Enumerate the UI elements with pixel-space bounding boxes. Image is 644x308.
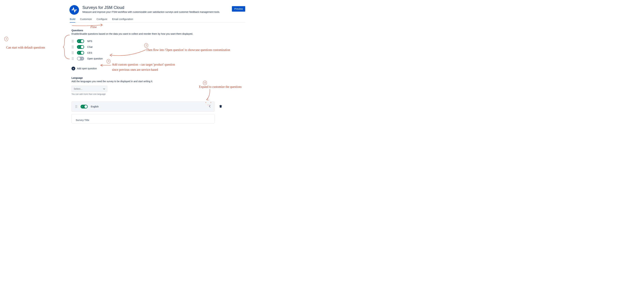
svg-point-9 xyxy=(73,47,74,47)
question-label: Open question xyxy=(87,57,103,60)
question-row-csat: ✓ CSat xyxy=(72,44,245,50)
preview-button[interactable]: Preview xyxy=(232,6,245,12)
svg-point-17 xyxy=(73,54,74,54)
survey-title-card: Survey Title xyxy=(72,114,214,123)
drag-handle-icon[interactable] xyxy=(72,40,74,42)
svg-point-10 xyxy=(72,48,72,48)
svg-point-3 xyxy=(73,41,74,42)
questions-description: Enable/disable questions based on the da… xyxy=(72,33,245,35)
svg-point-22 xyxy=(72,60,72,60)
language-select[interactable]: Select... xyxy=(72,86,107,92)
toggle-ces[interactable]: ✓ xyxy=(77,51,84,55)
tab-configure[interactable]: Configure xyxy=(96,17,107,23)
svg-point-8 xyxy=(72,47,72,47)
tab-build[interactable]: Build xyxy=(70,17,75,23)
svg-point-5 xyxy=(73,42,74,43)
svg-point-29 xyxy=(76,107,77,108)
svg-point-18 xyxy=(72,57,72,58)
svg-point-28 xyxy=(76,107,76,108)
question-label: CES xyxy=(87,52,92,54)
question-row-nps: ✓ NPS xyxy=(72,38,245,44)
toggle-csat[interactable]: ✓ xyxy=(77,45,84,49)
svg-point-12 xyxy=(72,52,72,52)
toggle-english[interactable]: ✓ xyxy=(80,105,88,109)
drag-handle-icon[interactable] xyxy=(72,46,74,48)
svg-point-21 xyxy=(73,59,74,59)
svg-point-25 xyxy=(76,105,77,106)
svg-point-20 xyxy=(72,59,72,59)
drag-handle-icon[interactable] xyxy=(75,105,78,108)
language-card-english: ✓ English xyxy=(72,102,214,112)
svg-point-24 xyxy=(76,105,76,106)
tab-email-configuration[interactable]: Email configuration xyxy=(112,17,133,23)
toggle-nps[interactable]: ✓ xyxy=(77,39,84,43)
tabs-bar: Build Customize Configure Email configur… xyxy=(70,17,245,23)
svg-point-26 xyxy=(76,106,76,107)
annotation-text-1: Can start with default questions xyxy=(6,46,45,49)
svg-point-15 xyxy=(73,53,74,53)
trash-icon[interactable] xyxy=(219,105,222,109)
toggle-open-question[interactable]: ✕ xyxy=(77,57,84,61)
svg-point-6 xyxy=(72,46,72,46)
svg-point-2 xyxy=(72,41,72,42)
svg-point-23 xyxy=(73,60,74,60)
svg-point-14 xyxy=(72,53,72,53)
app-logo-icon xyxy=(70,5,79,15)
svg-point-27 xyxy=(76,106,77,107)
language-label: English xyxy=(91,105,206,108)
drag-handle-icon[interactable] xyxy=(72,52,74,54)
svg-point-11 xyxy=(73,48,74,48)
svg-point-4 xyxy=(72,42,72,43)
drag-handle-icon[interactable] xyxy=(72,57,74,60)
language-card-wrapper: ✓ English xyxy=(72,102,214,112)
svg-point-0 xyxy=(72,40,72,41)
add-open-question-label: Add open question xyxy=(77,67,97,70)
plus-icon: + xyxy=(72,67,75,70)
annotation-number-1: 1 xyxy=(4,37,8,41)
language-description: Add the languages you need the survey to… xyxy=(72,80,245,83)
question-row-ces: ✓ CES xyxy=(72,50,245,56)
svg-point-19 xyxy=(73,57,74,58)
add-open-question-button[interactable]: + Add open question xyxy=(72,67,97,70)
select-placeholder: Select... xyxy=(74,88,82,90)
chevron-down-icon xyxy=(103,88,105,90)
questions-heading: Questions xyxy=(72,29,245,32)
svg-point-1 xyxy=(73,40,74,41)
page-subtitle: Measure and improve your ITSM workflow w… xyxy=(82,11,228,13)
question-list: ✓ NPS ✓ CSat ✓ CES ✕ Open question xyxy=(72,38,245,62)
question-label: CSat xyxy=(87,46,92,48)
question-row-open-question: ✕ Open question xyxy=(72,56,245,62)
svg-point-16 xyxy=(72,54,72,54)
tab-customize[interactable]: Customize xyxy=(80,17,92,23)
select-helper-text: You can add more than one language xyxy=(72,93,245,95)
question-label: NPS xyxy=(87,40,92,43)
survey-title-label: Survey Title xyxy=(76,119,210,121)
svg-point-13 xyxy=(73,52,74,52)
page-title: Surveys for JSM Cloud xyxy=(82,5,228,10)
language-heading: Language xyxy=(72,77,245,79)
svg-point-7 xyxy=(73,46,74,46)
chevron-left-icon[interactable] xyxy=(208,105,211,109)
